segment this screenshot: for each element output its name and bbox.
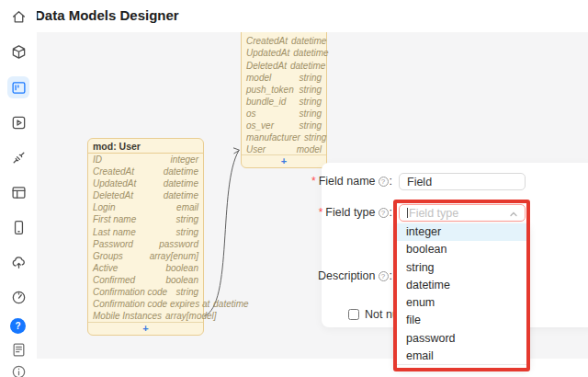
entity-field-row[interactable]: Groups array[enum]: [88, 250, 203, 262]
entity-field-row[interactable]: CreatedAt datetime: [242, 35, 326, 47]
dropdown-option[interactable]: datetime: [395, 277, 528, 294]
field-type-text: string: [304, 131, 326, 143]
add-field-button[interactable]: +: [242, 154, 326, 166]
entity-field-row[interactable]: ID integer: [88, 154, 203, 166]
dropdown-option-label: file: [406, 314, 421, 326]
entity-field-row[interactable]: Mobile Instances array[model]: [88, 310, 203, 322]
sidebar-item-api[interactable]: [7, 146, 29, 168]
field-name-label: *Field name?:: [311, 174, 392, 188]
entity-field-row[interactable]: Last name string: [88, 226, 203, 238]
entity-field-row[interactable]: DeletedAt datetime: [242, 60, 326, 72]
entity-field-row[interactable]: Confirmation code string: [88, 286, 203, 298]
field-name-text: Last name: [93, 226, 136, 238]
text-cursor: [407, 208, 408, 218]
field-type-select[interactable]: Field type: [399, 204, 526, 222]
entity-field-row[interactable]: DeletedAt datetime: [88, 189, 203, 201]
sidebar: ?: [0, 0, 37, 377]
field-name-text: Active: [93, 262, 118, 274]
field-type-text: datetime: [291, 35, 326, 47]
entity-field-row[interactable]: CreatedAt datetime: [88, 166, 203, 177]
field-name-text: Confirmation code: [93, 286, 167, 298]
dropdown-option[interactable]: enum: [395, 294, 528, 312]
entity-field-list: ID integer CreatedAt datetime UpdatedAt …: [88, 154, 203, 322]
field-name-text: DeletedAt: [93, 189, 133, 201]
entity-node-user[interactable]: mod: User ID integer CreatedAt datetime …: [87, 138, 204, 336]
entity-field-row[interactable]: First name string: [88, 213, 203, 225]
data-models-designer-icon: [11, 80, 27, 96]
entity-field-row[interactable]: UpdatedAt datetime: [242, 47, 326, 59]
field-name-text: Groups: [93, 250, 123, 262]
dropdown-option-label: string: [406, 261, 435, 274]
sidebar-item-layout[interactable]: [7, 181, 29, 203]
field-type-text: string: [300, 108, 322, 120]
field-name-input[interactable]: [399, 173, 526, 190]
dropdown-option-label: email: [406, 349, 434, 362]
entity-field-list: CreatedAt datetime UpdatedAt datetime De…: [242, 32, 326, 155]
entity-field-row[interactable]: Confirmed boolean: [88, 274, 203, 286]
sidebar-item-package[interactable]: [7, 40, 29, 63]
layout-icon: [11, 185, 27, 200]
entity-field-row[interactable]: UpdatedAt datetime: [88, 177, 203, 189]
chevron-up-icon: [509, 211, 518, 218]
field-name-text: Confirmed: [93, 274, 135, 286]
field-name-text: Mobile Instances: [93, 310, 162, 322]
sidebar-item-home[interactable]: [7, 6, 29, 28]
dropdown-option[interactable]: email: [395, 348, 528, 365]
field-type-text: string: [176, 213, 198, 225]
help-button[interactable]: ?: [10, 318, 26, 334]
field-type-text: datetime: [164, 177, 198, 189]
entity-field-row[interactable]: Confirmation code expires at datetime: [88, 298, 203, 310]
field-name-text: CreatedAt: [246, 35, 288, 47]
field-type-text: array[enum]: [150, 250, 198, 262]
sidebar-item-mobile[interactable]: [7, 216, 29, 238]
data-models-designer-app: ? Data Models Designer CreatedAt datetim…: [0, 0, 588, 377]
dropdown-option[interactable]: boolean: [395, 241, 528, 258]
field-type-text: datetime: [213, 298, 248, 310]
docs-icon: [11, 342, 27, 358]
field-type-text: string: [300, 84, 322, 96]
entity-node-mobile-instance[interactable]: CreatedAt datetime UpdatedAt datetime De…: [241, 32, 327, 168]
entity-field-row[interactable]: Active boolean: [88, 262, 203, 274]
field-type-text: string: [300, 120, 322, 131]
add-field-button[interactable]: +: [88, 322, 203, 334]
sidebar-item-info[interactable]: [7, 360, 29, 377]
sidebar-item-cloud-upload[interactable]: [7, 251, 29, 273]
field-name-text: os: [246, 108, 256, 120]
sidebar-item-dashboard[interactable]: [7, 286, 29, 308]
help-icon: ?: [15, 321, 20, 331]
field-name-text: Login: [93, 201, 115, 213]
field-type-text: datetime: [293, 47, 328, 59]
sidebar-item-docs[interactable]: [7, 338, 29, 360]
description-label: Description?:: [318, 268, 392, 283]
entity-field-row[interactable]: bundle_id string: [242, 96, 326, 108]
field-name-text: Password: [93, 238, 133, 250]
entity-field-row[interactable]: Password password: [88, 238, 203, 250]
dropdown-option[interactable]: file: [395, 312, 528, 329]
question-circle-icon: ?: [379, 208, 389, 218]
dropdown-option-label: datetime: [406, 279, 450, 291]
question-circle-icon: ?: [379, 177, 389, 187]
entity-field-row[interactable]: os string: [242, 108, 326, 120]
dropdown-option-label: enum: [406, 296, 435, 309]
entity-field-row[interactable]: manufacturer string: [242, 131, 326, 143]
dropdown-option[interactable]: password: [395, 330, 528, 348]
dropdown-option[interactable]: string: [395, 259, 528, 277]
field-type-text: datetime: [290, 60, 325, 72]
entity-field-row[interactable]: Login email: [88, 201, 203, 213]
dropdown-option-label: boolean: [406, 243, 447, 256]
question-circle-icon: ?: [379, 271, 389, 281]
field-name-text: First name: [93, 213, 136, 225]
dropdown-option[interactable]: integer: [395, 223, 528, 241]
entity-field-row[interactable]: os_ver string: [242, 120, 326, 131]
field-name-text: ID: [93, 154, 102, 166]
field-name-text: bundle_id: [246, 96, 286, 108]
field-type-text: boolean: [165, 274, 198, 286]
field-type-text: datetime: [164, 166, 198, 177]
sidebar-item-video[interactable]: [7, 111, 29, 133]
entity-field-row[interactable]: model string: [242, 72, 326, 84]
sidebar-item-data-models-designer[interactable]: [7, 76, 29, 98]
dropdown-option-label: integer: [406, 225, 441, 238]
entity-field-row[interactable]: push_token string: [242, 84, 326, 96]
dropdown-option-label: password: [406, 332, 456, 345]
not-null-checkbox[interactable]: [348, 309, 359, 320]
